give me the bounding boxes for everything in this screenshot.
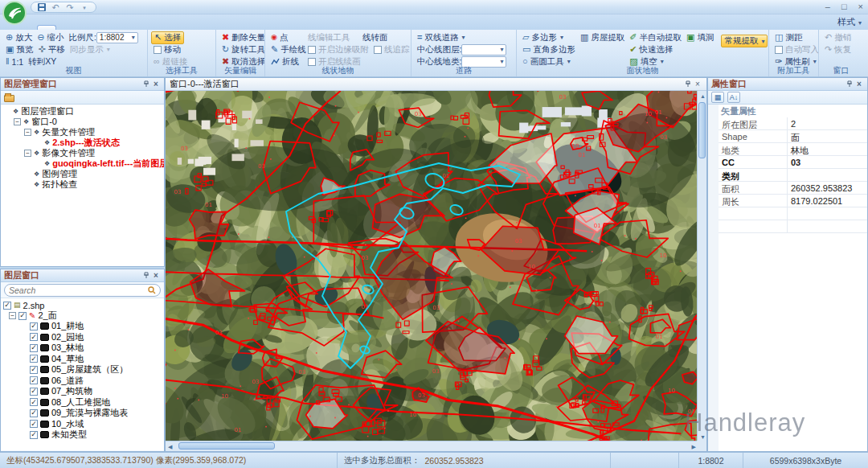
quick-select-button[interactable]: ✔快速选择 <box>627 43 675 55</box>
property-row[interactable]: 周长 8179.022501 <box>719 195 867 207</box>
horizontal-scrollbar[interactable]: ◀ ▶ <box>166 441 698 451</box>
double-line-road-button[interactable]: =双线道路▾ <box>415 31 467 43</box>
maximize-button[interactable]: □ <box>841 2 847 11</box>
vertical-scrollbar[interactable]: ▲ ▼ <box>697 91 706 442</box>
line-trace-checkbox[interactable]: 线追踪 <box>371 43 411 55</box>
map-canvas[interactable] <box>166 91 698 442</box>
undo-icon[interactable]: ↶ <box>51 2 60 12</box>
layer-file-checkbox[interactable]: ✓ <box>3 302 11 310</box>
layer-class-item[interactable]: ✓ 08_人工堆掘地 <box>1 397 164 408</box>
pin-icon[interactable] <box>683 80 693 88</box>
redo-icon[interactable]: ↷ <box>65 2 75 12</box>
polygon-button[interactable]: ▱多边形▾ <box>520 31 566 43</box>
layer-class-checkbox[interactable]: ✓ <box>30 388 38 396</box>
scale-select[interactable]: 1:8802▾ <box>96 32 138 43</box>
layer-class-checkbox[interactable]: ✓ <box>30 355 38 363</box>
layer-manager-node[interactable]: − ❖ 图例管理 <box>1 169 164 179</box>
layer-class-item[interactable]: ✓ 06_道路 <box>1 376 164 387</box>
layer-class-checkbox[interactable]: ✓ <box>30 398 38 406</box>
search-input[interactable] <box>9 285 148 295</box>
layer-class-item[interactable]: ✓ 04_草地 <box>1 354 164 365</box>
property-row[interactable]: 所在图层 2 <box>719 117 867 130</box>
normal-extract-button[interactable]: 常规提取▾ <box>721 35 768 47</box>
sync-display-button[interactable]: 同步显示▾ <box>68 43 113 55</box>
close-button[interactable]: × <box>858 2 863 11</box>
close-panel-icon[interactable]: × <box>854 80 864 88</box>
tree-expander-icon[interactable]: − <box>24 129 31 136</box>
semi-auto-extract-button[interactable]: ✐半自动提取 <box>627 31 684 43</box>
layer-class-item[interactable]: ✓ 09_荒漠与裸露地表 <box>1 408 164 419</box>
property-row[interactable]: 类别 <box>719 169 867 182</box>
layer-class-item[interactable]: ✓ 10_水域 <box>1 419 164 430</box>
point-button[interactable]: ◉点 <box>268 31 305 43</box>
select-button[interactable]: ↖选择 <box>151 31 184 44</box>
property-row[interactable]: 地类 林地 <box>719 143 867 156</box>
zoom-in-button[interactable]: ⊕放大 <box>3 31 35 43</box>
pin-icon[interactable] <box>845 80 854 88</box>
auto-write-checkbox[interactable]: 自动写入 <box>772 43 819 55</box>
scroll-left-icon[interactable]: ◀ <box>168 444 172 450</box>
save-icon[interactable] <box>38 3 46 11</box>
layer-manager-node[interactable]: − ❖ guoqingka-left.tif---当前图层 <box>1 158 164 169</box>
edge-snap-checkbox[interactable]: 开启边缘吸附 <box>305 43 371 55</box>
open-file-icon[interactable] <box>4 95 14 102</box>
layer-class-checkbox[interactable]: ✓ <box>30 376 38 384</box>
property-group-row[interactable]: − 矢量属性 <box>708 105 867 117</box>
layer-class-item[interactable]: ✓ 05_房屋建筑（区） <box>1 364 164 376</box>
scroll-up-icon[interactable]: ▲ <box>700 93 706 99</box>
layer-class-checkbox[interactable]: ✓ <box>30 366 38 374</box>
close-panel-icon[interactable]: × <box>151 80 161 88</box>
house-extract-button[interactable]: ▥房屋提取 <box>578 31 627 43</box>
layer-manager-node[interactable]: − ❖ 拓扑检查 <box>1 179 164 190</box>
layer-class-checkbox[interactable]: ✓ <box>30 333 38 341</box>
scroll-right-icon[interactable]: ▶ <box>692 444 696 450</box>
fill-hole-button[interactable]: ▣填洞 <box>684 31 716 43</box>
move-checkbox-box[interactable] <box>154 46 162 54</box>
tree-expander-icon[interactable]: − <box>14 118 21 125</box>
quickbar-dropdown-icon[interactable]: ▾ <box>80 2 89 12</box>
horizontal-scroll-thumb[interactable] <box>178 442 275 450</box>
layer-class-checkbox[interactable]: ✓ <box>30 420 38 428</box>
close-map-icon[interactable]: × <box>693 80 702 88</box>
property-row[interactable]: Shape 面 <box>719 130 867 143</box>
categorize-icon[interactable]: ▦ <box>711 92 724 103</box>
layer-class-checkbox[interactable]: ✓ <box>30 431 38 439</box>
delete-vector-button[interactable]: ✖删除矢量 <box>219 31 265 43</box>
auto-write-checkbox-box[interactable] <box>775 46 783 54</box>
scroll-down-icon[interactable]: ▼ <box>700 434 706 440</box>
tree-expander-icon[interactable]: − <box>9 312 16 319</box>
rect-polygon-button[interactable]: ▭直角多边形 <box>520 43 578 55</box>
redo-button[interactable]: ↷恢复 <box>822 43 854 55</box>
preview-button[interactable]: ▣预览 <box>3 43 35 55</box>
undo-button[interactable]: ↶撤销 <box>822 31 854 43</box>
edge-snap-checkbox-box[interactable] <box>308 46 316 54</box>
center-layer-select[interactable]: ▾ <box>461 44 506 55</box>
layer-group-checkbox[interactable]: ✓ <box>18 312 27 320</box>
vertical-scroll-thumb[interactable] <box>698 102 706 158</box>
line-continue-checkbox-box[interactable] <box>308 58 316 66</box>
pin-icon[interactable] <box>141 272 151 279</box>
measure-button[interactable]: ◫测距 <box>772 31 805 43</box>
layer-class-checkbox[interactable]: ✓ <box>30 409 38 417</box>
line-to-polygon-button[interactable]: 线转面 <box>360 31 391 43</box>
freehand-line-button[interactable]: ✎手绘线 <box>268 43 305 55</box>
pin-icon[interactable] <box>141 80 151 88</box>
move-checkbox[interactable]: 移动 <box>151 43 183 55</box>
layer-manager-node[interactable]: − ❖ 图层管理窗口 <box>1 106 164 117</box>
layer-class-item[interactable]: ✓ 03_林地 <box>1 343 164 354</box>
layer-class-item[interactable]: ✓ 07_构筑物 <box>1 386 164 397</box>
layer-file-node[interactable]: ✓ ▤ 2.shp <box>1 300 164 310</box>
pan-button[interactable]: ✜平移 <box>35 43 67 55</box>
search-box[interactable] <box>4 284 161 297</box>
layer-class-checkbox[interactable]: ✓ <box>30 344 38 352</box>
layer-group-node[interactable]: − ✓ ✎ 2_面 <box>1 310 164 321</box>
style-menu-button[interactable]: 样式 ▾ <box>837 16 862 28</box>
close-panel-icon[interactable]: × <box>151 271 161 280</box>
minimize-button[interactable]: – <box>825 2 830 11</box>
rotate-tool-button[interactable]: ↻旋转工具 <box>219 43 265 55</box>
property-row[interactable]: CC 03 <box>719 156 867 169</box>
property-row[interactable]: 面积 260352.953823 <box>719 182 867 195</box>
zoom-out-button[interactable]: ⊖缩小 <box>35 31 66 43</box>
sort-az-icon[interactable]: A↓ <box>727 92 740 103</box>
tree-expander-icon[interactable]: − <box>24 150 31 157</box>
